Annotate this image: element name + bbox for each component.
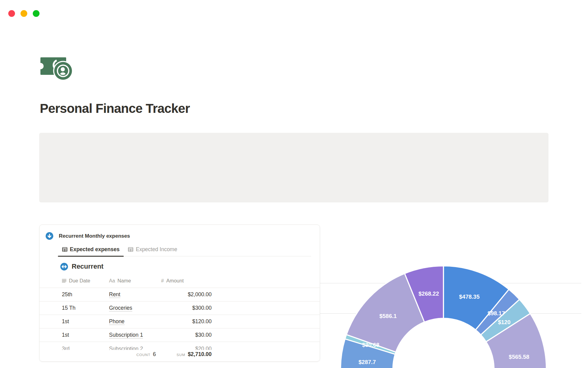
table-body: 25thRent$2,000.0015 ThGroceries$300.001s… [40, 288, 320, 350]
table-row: 3rdSubscription 2$20.00 [40, 342, 320, 350]
cell-due-date[interactable]: 3rd [62, 346, 109, 351]
donut-segment-label: $565.58 [509, 354, 529, 360]
tab-label: Expected expenses [70, 246, 119, 253]
recurrent-database-link[interactable]: Recurrent [60, 263, 104, 270]
cell-name: Phone [109, 318, 161, 325]
table-footer: COUNT 6 SUM $2,710.00 [40, 350, 320, 361]
table-row: 25thRent$2,000.00 [40, 288, 320, 301]
donut-segment-label: $478.35 [459, 293, 480, 300]
column-header-amount[interactable]: # Amount [161, 278, 212, 284]
cell-due-date[interactable]: 1st [62, 318, 109, 325]
donut-segment-label: $287.7 [359, 359, 376, 365]
column-header-name[interactable]: Aa Name [109, 278, 161, 284]
cell-name: Subscription 2 [109, 346, 161, 351]
cell-name-link[interactable]: Groceries [109, 305, 132, 312]
table-header-row: Due Date Aa Name # Amount [40, 274, 320, 288]
donut-segment-label: $120 [498, 319, 511, 325]
tab-expected-income[interactable]: Expected Income [124, 243, 181, 256]
count-aggregate[interactable]: COUNT 6 [136, 351, 156, 358]
text-property-icon: Aa [109, 278, 115, 284]
number-property-icon: # [161, 278, 164, 284]
tab-label: Expected Income [136, 246, 177, 253]
cell-due-date[interactable]: 1st [62, 332, 109, 338]
minimize-window-button[interactable] [21, 10, 27, 17]
money-icon[interactable] [39, 56, 73, 80]
cell-name: Groceries [109, 305, 161, 311]
close-window-button[interactable] [8, 10, 15, 17]
tab-expected-expenses[interactable]: Expected expenses [58, 243, 124, 256]
left-right-arrows-circle-icon [60, 263, 68, 270]
donut-segment-label: $98.17 [488, 310, 505, 316]
cell-due-date[interactable]: 25th [62, 291, 109, 298]
table-row: 1stSubscription 1$30.00 [40, 328, 320, 342]
cell-name-link[interactable]: Phone [109, 318, 125, 325]
expenses-donut-chart: $478.35$98.17$120$565.58$287.7$30.68$586… [334, 261, 560, 368]
cell-due-date[interactable]: 15 Th [62, 305, 109, 311]
table-icon [62, 247, 67, 252]
cell-name-link[interactable]: Rent [109, 291, 120, 298]
page-title: Personal Finance Tracker [40, 102, 190, 116]
cell-amount[interactable]: $2,000.00 [161, 291, 212, 298]
cell-name-link[interactable]: Subscription 2 [109, 346, 143, 351]
cell-amount[interactable]: $30.00 [161, 332, 212, 338]
sum-aggregate[interactable]: SUM $2,710.00 [177, 351, 212, 358]
information-callout: Information ▶ How do I set up my persona… [39, 133, 548, 202]
column-header-due-date[interactable]: Due Date [62, 278, 109, 284]
notion-window: Personal Finance Tracker Information ▶ H… [0, 0, 588, 368]
card-title: Recurrent Monthly expenses [59, 233, 130, 239]
cell-name-link[interactable]: Subscription 1 [109, 332, 143, 339]
arrow-down-circle-icon[interactable] [46, 232, 53, 240]
donut-segment-label: $268.22 [419, 290, 439, 297]
cell-amount[interactable]: $120.00 [161, 318, 212, 325]
card-header: Recurrent Monthly expenses [46, 232, 130, 240]
recurrent-expenses-card: Recurrent Monthly expenses Expected expe… [39, 224, 320, 362]
view-tabs: Expected expenses Expected Income [58, 243, 311, 256]
text-lines-icon [62, 279, 66, 283]
donut-segment-label: $30.68 [362, 342, 379, 348]
section-title: Recurrent [72, 263, 104, 270]
table-icon [128, 247, 133, 252]
cell-name: Rent [109, 291, 161, 298]
table-row: 1stPhone$120.00 [40, 315, 320, 328]
window-controls [8, 10, 40, 17]
donut-chart-svg[interactable]: $478.35$98.17$120$565.58$287.7$30.68$586… [334, 261, 560, 368]
zoom-window-button[interactable] [33, 10, 40, 17]
donut-segment-label: $586.1 [379, 313, 397, 319]
table-row: 15 ThGroceries$300.00 [40, 301, 320, 315]
cell-amount[interactable]: $300.00 [161, 305, 212, 311]
cell-name: Subscription 1 [109, 332, 161, 338]
cell-amount[interactable]: $20.00 [161, 346, 212, 351]
